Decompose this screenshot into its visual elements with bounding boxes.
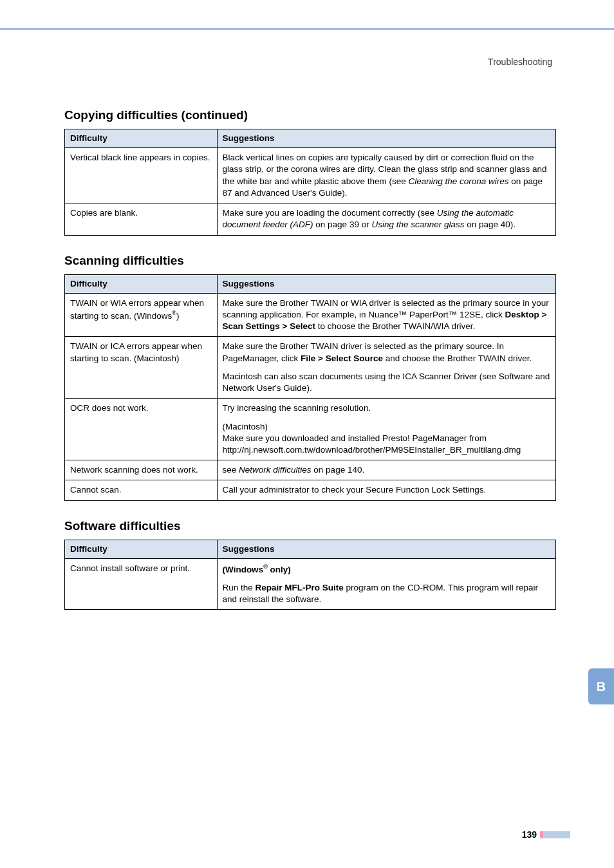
reference-text: Using the scanner glass xyxy=(371,220,464,229)
ui-path-text: File > Select Source xyxy=(301,354,383,363)
table-row: TWAIN or WIA errors appear when starting… xyxy=(65,293,556,337)
scanning-table: Difficulty Suggestions TWAIN or WIA erro… xyxy=(64,274,556,501)
reference-text: Network difficulties xyxy=(239,465,312,475)
body-text: on page 140. xyxy=(312,465,365,475)
page-container: Troubleshooting Copying difficulties (co… xyxy=(0,0,614,868)
body-text: on page 39 or xyxy=(313,220,372,229)
difficulty-cell: OCR does not work. xyxy=(65,399,218,460)
col-header-suggestions: Suggestions xyxy=(217,540,555,558)
suggestion-cell: (Windows® only) Run the Repair MFL-Pro S… xyxy=(217,558,555,609)
page-number: 139 xyxy=(522,829,537,840)
table-row: TWAIN or ICA errors appear when starting… xyxy=(65,337,556,399)
software-table: Difficulty Suggestions Cannot install so… xyxy=(64,540,556,610)
body-text: Macintosh can also scan documents using … xyxy=(223,371,550,394)
suggestion-cell: Make sure the Brother TWAIN driver is se… xyxy=(217,337,555,399)
table-header-row: Difficulty Suggestions xyxy=(65,129,556,148)
table-header-row: Difficulty Suggestions xyxy=(65,274,556,293)
platform-label: only) xyxy=(268,564,291,574)
col-header-difficulty: Difficulty xyxy=(65,129,218,148)
difficulty-cell: Cannot scan. xyxy=(65,480,218,500)
body-text: Run the Repair MFL-Pro Suite program on … xyxy=(223,582,550,605)
body-text: (Windows® only) xyxy=(223,563,550,576)
table-row: Vertical black line appears in copies. B… xyxy=(65,148,556,203)
body-text: see xyxy=(223,465,239,475)
difficulty-cell: TWAIN or WIA errors appear when starting… xyxy=(65,293,218,337)
col-header-suggestions: Suggestions xyxy=(217,129,555,148)
table-row: OCR does not work. Try increasing the sc… xyxy=(65,399,556,460)
suggestion-cell: Try increasing the scanning resolution. … xyxy=(217,399,555,460)
difficulty-cell: Vertical black line appears in copies. xyxy=(65,148,218,203)
body-text: and choose the Brother TWAIN driver. xyxy=(383,354,532,363)
registered-mark: ® xyxy=(172,310,176,316)
suggestion-cell: Make sure you are loading the document c… xyxy=(217,203,555,235)
suggestion-cell: Black vertical lines on copies are typic… xyxy=(217,148,555,203)
top-accent-bar xyxy=(0,0,614,30)
body-text: Make sure you downloaded and installed P… xyxy=(223,433,550,456)
difficulty-cell: TWAIN or ICA errors appear when starting… xyxy=(65,337,218,399)
body-text: Make sure the Brother TWAIN or WIA drive… xyxy=(223,298,549,319)
registered-mark: ® xyxy=(263,563,268,570)
body-text: on page 40). xyxy=(464,220,516,229)
table-header-row: Difficulty Suggestions xyxy=(65,540,556,558)
suggestion-cell: see Network difficulties on page 140. xyxy=(217,460,555,480)
suggestion-cell: Call your administrator to check your Se… xyxy=(217,480,555,500)
table-row: Copies are blank. Make sure you are load… xyxy=(65,203,556,235)
body-text: Make sure the Brother TWAIN driver is se… xyxy=(223,341,550,364)
table-row: Cannot scan. Call your administrator to … xyxy=(65,480,556,500)
body-text: Run the xyxy=(223,583,256,592)
difficulty-cell: Cannot install software or print. xyxy=(65,558,218,609)
section-title-scanning: Scanning difficulties xyxy=(64,254,556,268)
section-title-software: Software difficulties xyxy=(64,519,556,533)
table-row: Network scanning does not work. see Netw… xyxy=(65,460,556,480)
running-head: Troubleshooting xyxy=(64,57,552,67)
difficulty-cell: Network scanning does not work. xyxy=(65,460,218,480)
platform-label: (Windows xyxy=(223,564,264,574)
col-header-suggestions: Suggestions xyxy=(217,274,555,293)
col-header-difficulty: Difficulty xyxy=(65,274,218,293)
table-row: Cannot install software or print. (Windo… xyxy=(65,558,556,609)
program-name: Repair MFL-Pro Suite xyxy=(256,583,344,592)
page-footer: 139 xyxy=(522,829,570,840)
section-title-copying: Copying difficulties (continued) xyxy=(64,108,556,122)
section-tab: B xyxy=(588,668,614,704)
copying-table: Difficulty Suggestions Vertical black li… xyxy=(64,129,556,236)
footer-accent-icon xyxy=(543,831,570,838)
reference-text: Cleaning the corona wires xyxy=(408,176,508,186)
suggestion-cell: Make sure the Brother TWAIN or WIA drive… xyxy=(217,293,555,337)
body-text: (Macintosh) xyxy=(223,421,550,433)
col-header-difficulty: Difficulty xyxy=(65,540,218,558)
body-text: Make sure you are loading the document c… xyxy=(223,208,437,218)
body-text: Try increasing the scanning resolution. xyxy=(223,402,550,414)
body-text: ) xyxy=(176,310,180,320)
body-text: to choose the Brother TWAIN/WIA driver. xyxy=(315,321,475,331)
body-text: TWAIN or WIA errors appear when starting… xyxy=(70,298,204,321)
difficulty-cell: Copies are blank. xyxy=(65,203,218,235)
